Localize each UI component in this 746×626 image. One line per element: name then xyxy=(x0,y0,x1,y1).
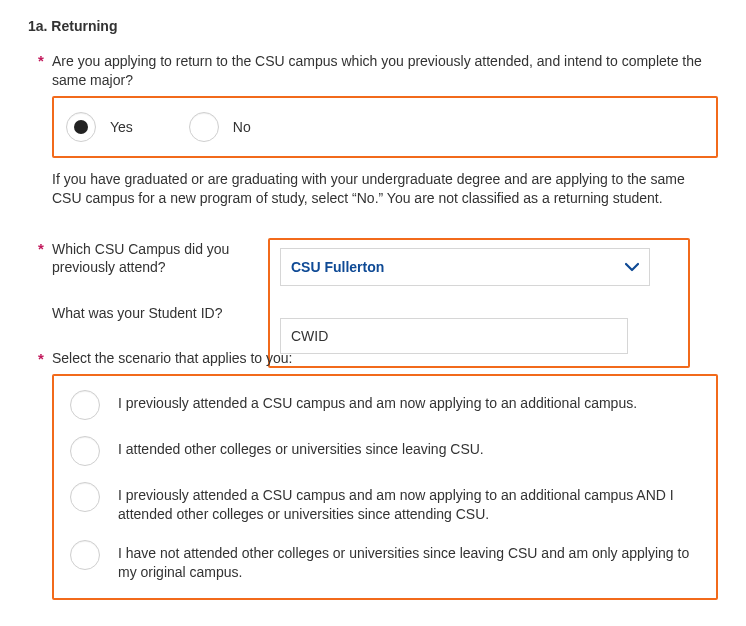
question-returning: * Are you applying to return to the CSU … xyxy=(52,52,718,90)
radio-option-scenario-3[interactable]: I previously attended a CSU campus and a… xyxy=(70,482,700,524)
highlight-campus-id: CSU Fullerton xyxy=(268,238,690,368)
label-text: What was your Student ID? xyxy=(52,305,222,321)
input-student-id[interactable] xyxy=(280,318,628,354)
radio-icon[interactable] xyxy=(70,540,100,570)
label-text: Which CSU Campus did you previously atte… xyxy=(52,241,229,276)
radio-option-no[interactable]: No xyxy=(189,112,251,142)
required-asterisk: * xyxy=(38,52,44,69)
radio-icon[interactable] xyxy=(70,390,100,420)
required-asterisk: * xyxy=(38,240,44,257)
radio-label: Yes xyxy=(110,119,133,135)
option-text: I previously attended a CSU campus and a… xyxy=(118,390,637,413)
highlight-yes-no: Yes No xyxy=(52,96,718,158)
chevron-down-icon xyxy=(625,258,639,276)
question-student-id: What was your Student ID? xyxy=(52,304,262,323)
radio-option-scenario-1[interactable]: I previously attended a CSU campus and a… xyxy=(70,390,700,420)
radio-icon[interactable] xyxy=(70,482,100,512)
radio-icon[interactable] xyxy=(70,436,100,466)
required-asterisk: * xyxy=(38,350,44,367)
section-heading: 1a. Returning xyxy=(28,18,718,34)
question-campus: * Which CSU Campus did you previously at… xyxy=(52,230,262,364)
highlight-scenario: I previously attended a CSU campus and a… xyxy=(52,374,718,600)
helper-text: If you have graduated or are graduating … xyxy=(52,170,718,208)
option-text: I attended other colleges or universitie… xyxy=(118,436,484,459)
question-text: Select the scenario that applies to you: xyxy=(52,350,292,366)
radio-option-scenario-2[interactable]: I attended other colleges or universitie… xyxy=(70,436,700,466)
radio-label: No xyxy=(233,119,251,135)
select-value: CSU Fullerton xyxy=(291,259,384,275)
radio-group-returning: Yes No xyxy=(66,112,704,142)
radio-option-scenario-4[interactable]: I have not attended other colleges or un… xyxy=(70,540,700,582)
question-text: Are you applying to return to the CSU ca… xyxy=(52,53,702,88)
radio-icon[interactable] xyxy=(66,112,96,142)
select-campus[interactable]: CSU Fullerton xyxy=(280,248,650,286)
radio-icon[interactable] xyxy=(189,112,219,142)
radio-option-yes[interactable]: Yes xyxy=(66,112,133,142)
option-text: I previously attended a CSU campus and a… xyxy=(118,482,700,524)
option-text: I have not attended other colleges or un… xyxy=(118,540,700,582)
question-scenario: * Select the scenario that applies to yo… xyxy=(52,350,718,366)
